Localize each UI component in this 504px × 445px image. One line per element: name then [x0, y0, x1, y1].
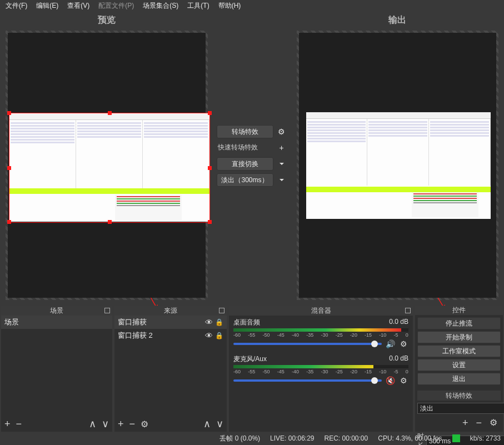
channel-name: 麦克风/Aux: [233, 354, 267, 364]
resize-handle[interactable]: [208, 166, 212, 170]
vu-meter: [233, 365, 408, 368]
gear-icon[interactable]: [398, 376, 408, 386]
move-down-button[interactable]: [216, 418, 223, 430]
dock-title: 控件: [452, 306, 466, 315]
start-record-button[interactable]: 开始录制: [417, 331, 501, 343]
source-item[interactable]: 窗口捕获 2 👁 🔒: [114, 329, 227, 342]
move-down-button[interactable]: [102, 418, 109, 430]
chevron-down-icon[interactable]: [276, 158, 288, 170]
gear-icon[interactable]: [398, 339, 408, 349]
remove-scene-button[interactable]: [16, 418, 22, 430]
transition-select[interactable]: [417, 403, 504, 414]
scene-name: 场景: [4, 317, 19, 327]
resize-handle[interactable]: [108, 111, 112, 115]
eye-icon[interactable]: 👁: [205, 331, 213, 340]
quick-transition-cut[interactable]: 直接切换: [217, 157, 273, 171]
preview-label: 预览: [0, 11, 213, 31]
volume-slider[interactable]: [233, 343, 382, 345]
resize-handle[interactable]: [7, 166, 11, 170]
exit-button[interactable]: 退出: [417, 373, 501, 385]
program-source-thumb: [306, 112, 491, 219]
stat-live: LIVE: 00:06:29: [270, 434, 314, 442]
controls-dock: 控件 停止推流 开始录制 工作室模式 设置 退出 转场特效 ▲▼ 时长: [415, 306, 503, 432]
speaker-icon[interactable]: 🔊: [385, 339, 395, 349]
popout-icon[interactable]: [219, 308, 224, 313]
menu-help[interactable]: 帮助(H): [214, 0, 246, 12]
quick-transition-fade[interactable]: 淡出（300ms）: [217, 173, 273, 187]
dock-title: 场景: [50, 306, 63, 316]
resize-handle[interactable]: [208, 220, 212, 224]
gear-icon[interactable]: [276, 126, 288, 138]
mixer-channel: 麦克风/Aux 0.0 dB -60-55-50-45-40-35-30-25-…: [229, 352, 413, 389]
add-transition-button[interactable]: [462, 417, 468, 429]
mixer-channel: 桌面音频 0.0 dB -60-55-50-45-40-35-30-25-20-…: [229, 316, 413, 352]
preview-area: 预览: [0, 11, 504, 300]
channel-level: 0.0 dB: [389, 318, 408, 327]
remove-source-button[interactable]: [129, 418, 136, 430]
transition-section-label: 转场特效: [446, 391, 472, 401]
lock-icon[interactable]: 🔒: [215, 332, 223, 339]
preview-source-thumb[interactable]: [9, 113, 209, 222]
channel-level: 0.0 dB: [389, 354, 408, 364]
lock-icon[interactable]: 🔒: [215, 318, 223, 326]
channel-name: 桌面音频: [233, 318, 260, 327]
popout-icon[interactable]: [405, 308, 411, 313]
program-column: 输出 开始直播: [291, 11, 505, 300]
stat-dropped: 丢帧 0 (0.0%): [219, 434, 260, 443]
add-scene-button[interactable]: [4, 418, 11, 430]
stat-bitrate: kb/s: 2733: [470, 434, 501, 442]
menu-edit[interactable]: 编辑(E): [32, 0, 63, 12]
stat-rec: REC: 00:00:00: [325, 434, 368, 442]
transition-section-header: 转场特效: [417, 391, 501, 401]
dock-header[interactable]: 来源: [114, 306, 227, 316]
transition-column: 转场特效 快速转场特效 直接切换 淡出（300ms）: [213, 11, 291, 300]
scene-item[interactable]: 场景: [1, 316, 112, 329]
resize-handle[interactable]: [7, 111, 11, 115]
menu-scene-collection[interactable]: 场景集合(S): [138, 0, 183, 12]
menu-file[interactable]: 文件(F): [1, 0, 32, 12]
dock-title: 混音器: [311, 306, 331, 316]
preview-canvas[interactable]: 来源方式: [6, 31, 208, 300]
chevron-down-icon[interactable]: [276, 174, 288, 186]
dock-header[interactable]: 场景: [1, 306, 112, 316]
source-props-button[interactable]: [141, 419, 148, 429]
menu-tools[interactable]: 工具(T): [183, 0, 213, 12]
resize-handle[interactable]: [108, 220, 112, 224]
preview-column: 预览: [0, 11, 213, 300]
settings-button[interactable]: 设置: [417, 359, 501, 371]
vu-ticks: -60-55-50-45-40-35-30-25-20-15-10-50: [233, 369, 408, 374]
plus-icon[interactable]: [276, 142, 288, 154]
eye-icon[interactable]: 👁: [205, 318, 213, 327]
scenes-dock: 场景 场景: [1, 306, 112, 432]
menu-view[interactable]: 查看(V): [63, 0, 94, 12]
remove-transition-button[interactable]: [476, 417, 482, 429]
program-canvas[interactable]: 开始直播: [297, 31, 499, 300]
vu-meter: [233, 328, 408, 332]
popout-icon[interactable]: [104, 308, 110, 313]
menubar: 文件(F) 编辑(E) 查看(V) 配置文件(P) 场景集合(S) 工具(T) …: [0, 0, 504, 11]
resize-handle[interactable]: [7, 220, 11, 224]
move-up-button[interactable]: [89, 418, 96, 430]
dock-title: 来源: [164, 306, 177, 316]
mute-icon[interactable]: 🔇: [385, 376, 395, 386]
quick-transition-label: 快速转场特效: [217, 141, 273, 154]
stop-stream-button[interactable]: 停止推流: [417, 317, 501, 329]
menu-profile[interactable]: 配置文件(P): [94, 0, 138, 12]
gear-icon[interactable]: [490, 417, 497, 429]
move-up-button[interactable]: [203, 418, 211, 430]
docks: 场景 场景 来源 窗口捕获 👁 🔒: [0, 306, 504, 432]
stat-cpu: CPU: 4.3%, 60.00 fps: [378, 434, 442, 442]
source-item[interactable]: 窗口捕获 👁 🔒: [114, 316, 227, 329]
volume-slider[interactable]: [233, 379, 382, 382]
dock-header[interactable]: 混音器: [229, 306, 413, 316]
source-name: 窗口捕获: [118, 317, 147, 327]
transition-button[interactable]: 转场特效: [217, 125, 273, 138]
vu-ticks: -60-55-50-45-40-35-30-25-20-15-10-50: [233, 332, 408, 338]
stream-status-indicator: [452, 434, 460, 442]
program-label: 输出: [291, 11, 505, 31]
resize-handle[interactable]: [208, 111, 212, 115]
sources-dock: 来源 窗口捕获 👁 🔒 窗口捕获 2 👁 🔒: [114, 306, 227, 432]
dock-header[interactable]: 控件: [415, 306, 503, 315]
add-source-button[interactable]: [118, 418, 124, 430]
studio-mode-button[interactable]: 工作室模式: [417, 345, 501, 357]
